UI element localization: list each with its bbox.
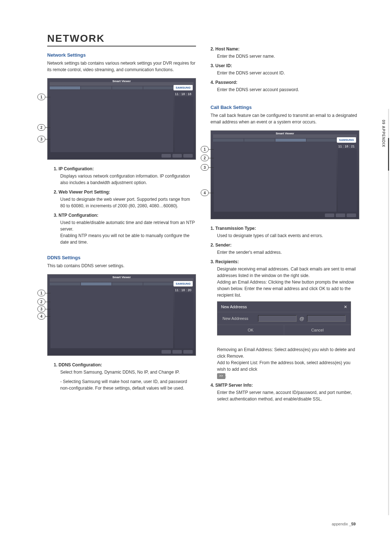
right-column: 2. Host Name: Enter the DDNS server name…	[211, 33, 359, 405]
cancel-button[interactable]: Cancel	[284, 325, 351, 335]
dialog-title: New Addreess	[221, 305, 247, 309]
item-body: Enter the DDNS server account ID.	[217, 70, 359, 76]
item-body: Displays various network configuration i…	[60, 173, 196, 186]
ddns-settings-screenshot: Smart Viewer SAMSUNG 11 : 18 : 20 1 2 3 …	[47, 274, 196, 356]
callout-4: 4	[201, 190, 209, 196]
callout-2: 2	[201, 155, 209, 161]
item-title: 1. DDNS Configuration:	[54, 362, 196, 367]
callout-2: 2	[37, 124, 45, 131]
callout-1: 1	[37, 290, 45, 296]
after-dialog-body: Removing an Email Address: Select addres…	[217, 347, 355, 372]
callback-settings-desc: The call back feature can be configured …	[211, 112, 359, 125]
callout-4: 4	[37, 313, 45, 320]
callout-3: 3	[37, 136, 45, 142]
left-column: NETWORK Network Settings Network setting…	[47, 33, 196, 405]
network-settings-desc: Network settings tab contains various ne…	[47, 60, 196, 73]
footer-label: appendix _	[332, 522, 351, 526]
arrow-right-icon[interactable]: >>	[217, 373, 225, 379]
item-body: Enter the SMTP server name, account ID/p…	[217, 389, 359, 402]
item-title: 3. NTP Configuration:	[54, 213, 196, 218]
callback-settings-header: Call Back Settings	[211, 105, 359, 110]
email-domain-input[interactable]	[307, 315, 346, 322]
callout-3: 3	[37, 306, 45, 312]
email-local-input[interactable]	[258, 315, 297, 322]
screenshot-time: 11 : 18 : 18	[175, 92, 191, 97]
item-title: 3. User ID:	[211, 63, 359, 68]
section-title: NETWORK	[47, 33, 196, 46]
item-body: Used to enable/disable automatic time an…	[60, 219, 196, 245]
screenshot-time: 11 : 18 : 20	[175, 288, 191, 293]
item-body: Designate receiving email addresses. Cal…	[217, 266, 359, 298]
period: .	[225, 373, 226, 378]
item-title: 3. Recipients:	[211, 259, 359, 264]
item-title: 2. Host Name:	[211, 46, 359, 52]
dialog-field-label: New Addreess	[222, 316, 255, 321]
item-body: Select from Samsung, Dynamic DDNS, No IP…	[60, 369, 196, 375]
section-side-label: 09 APPENDIX	[381, 120, 385, 147]
brand-logo: SAMSUNG	[173, 281, 193, 286]
callout-2: 2	[37, 298, 45, 305]
item-body: Enter the DDNS server account password.	[217, 86, 359, 93]
side-scrollbar-thumb	[388, 138, 389, 171]
item-title: 4. SMTP Server Info:	[211, 383, 359, 388]
at-symbol: @	[299, 316, 304, 321]
item-body: Used to designate the web viewer port. S…	[60, 196, 196, 209]
after-dialog-text: Removing an Email Address: Select addres…	[217, 340, 359, 379]
page-footer: appendix _59	[332, 522, 356, 526]
ok-button[interactable]: OK	[217, 325, 284, 335]
ddns-settings-header: DDNS Settings	[47, 255, 196, 260]
page-number: 59	[351, 522, 356, 526]
item-title: 1. IP Configuration:	[54, 166, 196, 171]
callout-1: 1	[201, 146, 209, 152]
item-title: 2. Web Viewer Port Setting:	[54, 190, 196, 195]
callout-1: 1	[37, 94, 45, 100]
screenshot-title: Smart Viewer	[276, 132, 294, 135]
new-address-dialog: New Addreess × New Addreess @ OK Cancel	[217, 301, 351, 335]
item-body: Used to designate types of call back eve…	[217, 232, 359, 239]
close-icon[interactable]: ×	[344, 304, 347, 310]
screenshot-title: Smart Viewer	[113, 276, 131, 279]
screenshot-title: Smart Viewer	[113, 80, 131, 83]
network-settings-header: Network Settings	[47, 52, 196, 58]
callout-3: 3	[201, 164, 209, 171]
network-settings-screenshot: Smart Viewer SAMSUNG 11 : 18 : 18 1 2 3	[47, 78, 196, 160]
ddns-settings-desc: This tab contains DDNS server settings.	[47, 263, 196, 269]
callback-settings-screenshot: Smart Viewer SAMSUNG 11 : 18 : 21 1 2 3 …	[211, 130, 359, 219]
item-dash: - Selecting Samsung will make host name,…	[60, 378, 196, 391]
brand-logo: SAMSUNG	[337, 137, 356, 143]
item-title: 2. Sender:	[211, 243, 359, 248]
brand-logo: SAMSUNG	[173, 85, 193, 90]
screenshot-time: 11 : 18 : 21	[338, 145, 355, 149]
item-title: 4. Password:	[211, 80, 359, 85]
item-title: 1. Transmission Type:	[211, 226, 359, 231]
item-body: Enter the DDNS server name.	[217, 53, 359, 60]
item-body: Enter the sender's email address.	[217, 249, 359, 256]
